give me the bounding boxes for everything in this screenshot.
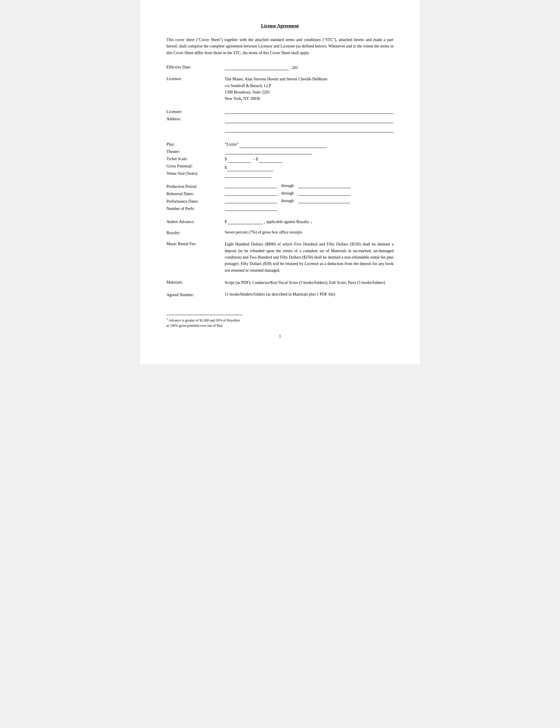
materials-value: Script (as PDF); Conductor/Key/Vocal Sco… <box>225 280 393 286</box>
page-number: 1 <box>167 334 393 339</box>
ticket-blank1 <box>228 158 251 163</box>
period-values: through through through <box>225 183 393 213</box>
licensee-blank-line3 <box>225 127 393 132</box>
performance-dates-label: Performance Dates: <box>167 198 225 205</box>
theater-value-row <box>225 149 393 154</box>
agreed-number-value: 11 books/binders/folders (as described i… <box>225 292 393 297</box>
play-through-venue-values: “Lizzie” $ - $ $ <box>225 141 393 179</box>
address-label: Address: <box>167 115 225 123</box>
rehearsal-start-line <box>225 190 277 196</box>
date-blank-line <box>225 64 289 70</box>
venue-value-row <box>225 172 393 178</box>
advance-footnote-ref: 1 <box>310 221 312 224</box>
royalty-row: Royalty: Seven percent (7%) of gross box… <box>167 230 393 235</box>
performance-start-line <box>225 198 277 203</box>
royalty-value: Seven percent (7%) of gross box office r… <box>225 230 393 235</box>
advance-dollar: $ <box>225 220 227 224</box>
music-rental-fee-label: Music Rental Fee: <box>167 241 225 246</box>
theater-blank-line <box>225 149 312 154</box>
play-through-venue-labels: Play: Theater: Ticket Scale: Gross Poten… <box>167 141 225 177</box>
gross-potential-label: Gross Potential: <box>167 162 225 170</box>
play-theater-group: Play: Theater: Ticket Scale: Gross Poten… <box>167 141 393 179</box>
footnote-number: 1 <box>167 317 168 321</box>
play-blank-line <box>240 143 327 148</box>
author-advance-label: Author Advance: <box>167 219 225 224</box>
author-advance-row: Author Advance: $ , applicable against R… <box>167 219 393 224</box>
intro-paragraph: This cover sheet ("Cover Sheet") togethe… <box>167 37 393 56</box>
through-2: through <box>281 191 294 196</box>
licensee-row: Licensee: Address: <box>167 108 393 135</box>
licensor-line2: c/o Sendroff & Baruch, LLP <box>225 83 393 89</box>
number-of-perfs-label: Number of Perfs: <box>167 205 225 212</box>
effective-date-content: , 201 <box>225 64 393 70</box>
production-period-label: Production Period: <box>167 183 225 190</box>
rehearsal-dates-row: through <box>225 190 393 196</box>
advance-suffix: , applicable against Royalty <box>264 220 309 224</box>
through-1: through <box>281 183 294 188</box>
licensee-blank-line1 <box>225 108 393 114</box>
fields-section: Effective Date: , 201 Licensor: Tim Mane… <box>167 64 393 297</box>
ticket-blank2 <box>259 158 282 163</box>
production-start-line <box>225 183 277 188</box>
number-of-perfs-row <box>225 206 393 211</box>
licensor-line1: Tim Maner, Alan Stevens Hewitt and Steve… <box>225 76 393 82</box>
gross-value-row: $ <box>225 164 393 171</box>
licensee-label: Licensee: <box>167 108 225 115</box>
ticket-scale-value-row: $ - $ <box>225 156 393 163</box>
play-text: “Lizzie” <box>225 141 240 148</box>
effective-date-label: Effective Date: <box>167 64 225 70</box>
period-labels: Production Period: Rehearsal Dates: Perf… <box>167 183 225 212</box>
advance-blank-line <box>228 219 263 224</box>
author-advance-value: $ , applicable against Royalty 1 <box>225 219 393 224</box>
effective-date-row: Effective Date: , 201 <box>167 64 393 70</box>
licensor-line4: New York, NY 10036 <box>225 96 393 102</box>
licensee-address-labels: Licensee: Address: <box>167 108 225 123</box>
production-period-row: through <box>225 183 393 188</box>
document-title: License Agreement <box>167 23 393 29</box>
date-suffix: , 201 <box>290 66 298 70</box>
music-rental-fee-row: Music Rental Fee: Eight Hundred Dollars … <box>167 241 393 274</box>
licensor-address: Tim Maner, Alan Stevens Hewitt and Steve… <box>225 76 393 102</box>
ticket-dash: - $ <box>254 156 258 163</box>
footnote-content: 1 Advance is greater of $1,000 and 50% o… <box>167 317 242 328</box>
licensor-label: Licensor: <box>167 76 225 81</box>
footnote-text: Advance is greater of $1,000 and 50% of … <box>167 318 240 328</box>
document-page: License Agreement This cover sheet ("Cov… <box>140 0 420 364</box>
through-3: through <box>281 199 294 203</box>
performance-dates-row: through <box>225 198 393 203</box>
footnote-section: 1 Advance is greater of $1,000 and 50% o… <box>167 315 242 328</box>
ticket-dollar1: $ <box>225 156 227 163</box>
theater-label: Theater: <box>167 148 225 155</box>
materials-row: Materials: Script (as PDF); Conductor/Ke… <box>167 280 393 286</box>
licensor-line3: 1500 Broadway, Suite 2201 <box>225 89 393 96</box>
effective-date-value: , 201 <box>225 64 393 70</box>
gross-dollar: $ <box>225 164 227 171</box>
periods-group: Production Period: Rehearsal Dates: Perf… <box>167 183 393 213</box>
music-rental-fee-value: Eight Hundred Dollars ($800) of which Fi… <box>225 241 393 274</box>
ticket-scale-label: Ticket Scale: <box>167 155 225 162</box>
venue-blank-line <box>225 172 271 178</box>
play-value-row: “Lizzie” <box>225 141 393 148</box>
licensor-row: Licensor: Tim Maner, Alan Stevens Hewitt… <box>167 76 393 102</box>
play-label: Play: <box>167 141 225 148</box>
rehearsal-end-line <box>298 190 350 196</box>
licensee-address-values <box>225 108 393 135</box>
perfs-blank-line <box>225 206 277 211</box>
production-end-line <box>298 183 350 188</box>
rehearsal-dates-label: Rehearsal Dates: <box>167 190 225 197</box>
agreed-number-row: Agreed Number: 11 books/binders/folders … <box>167 292 393 297</box>
agreed-number-label: Agreed Number: <box>167 292 225 297</box>
venue-size-label: Venue Size (Seats): <box>167 170 225 177</box>
royalty-label: Royalty: <box>167 230 225 235</box>
materials-label: Materials: <box>167 280 225 285</box>
performance-end-line <box>298 198 350 203</box>
gross-blank-line <box>227 166 273 171</box>
licensee-blank-line2 <box>225 117 393 123</box>
